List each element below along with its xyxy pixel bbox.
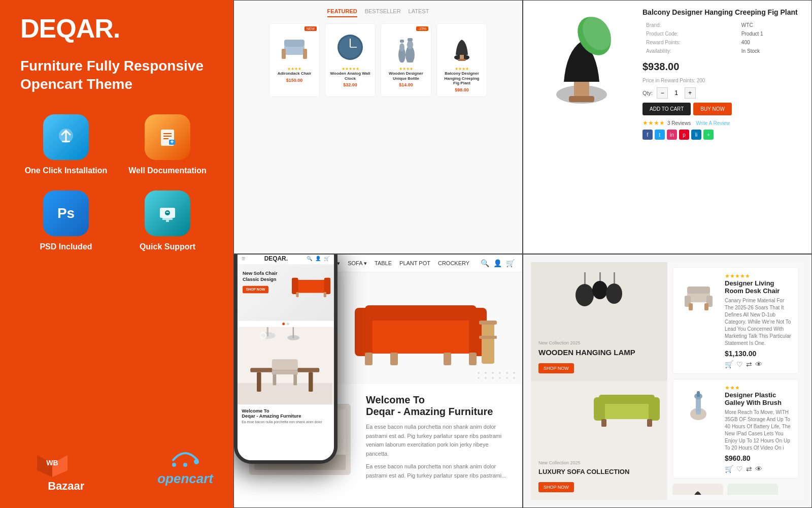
svg-text:WB: WB <box>46 459 58 467</box>
feature-psd: Ps PSD Included <box>20 190 112 251</box>
svg-rect-73 <box>257 372 261 392</box>
product-planter: ★★★★ Balcony Designer Hanging Creeping F… <box>436 23 487 97</box>
buy-now-btn[interactable]: BUY NOW <box>693 103 732 115</box>
svg-rect-97 <box>689 303 693 310</box>
collection-banners: New Collection 2025 WOODEN HANGING LAMP … <box>531 262 667 500</box>
nav-sofa[interactable]: SOFA ▾ <box>348 260 367 267</box>
phone-shop-btn[interactable]: SHOP NOW <box>243 285 268 293</box>
detail-reward: 400 <box>739 39 803 46</box>
qty-increase-btn[interactable]: + <box>685 87 696 99</box>
detail-stars: ★★★★ <box>642 119 665 126</box>
features-grid: One Click Installation Well Documentatio… <box>20 114 213 251</box>
qty-decrease-btn[interactable]: − <box>657 87 668 99</box>
feature-quick-support: Quick Support <box>122 190 213 251</box>
brush-add-cart-icon[interactable]: 🛒 <box>725 465 733 473</box>
brush-compare-icon[interactable]: ⇄ <box>746 465 752 473</box>
svg-rect-67 <box>238 383 332 405</box>
nav-table[interactable]: TABLE <box>375 260 392 267</box>
phone-cart-icon[interactable]: 🛒 <box>324 256 330 261</box>
chair-image <box>277 28 312 64</box>
nav-plantpot[interactable]: PLANT POT <box>399 260 430 267</box>
welcome-para2: Ea esse bacon nulla porchetta non shank … <box>366 462 507 480</box>
mini-sofa-card <box>727 484 778 495</box>
svg-rect-53 <box>479 336 497 339</box>
sofa-shop-btn[interactable]: SHOP NOW <box>538 482 574 492</box>
detail-code: Product 1 <box>739 30 803 38</box>
mini-plant-card: $245.00 <box>672 484 723 495</box>
feature-well-doc: Well Documentation <box>122 114 213 175</box>
tab-featured[interactable]: FEATURED <box>327 8 357 17</box>
chair-wishlist-icon[interactable]: ♡ <box>736 360 743 368</box>
tab-latest[interactable]: LATEST <box>409 8 429 17</box>
product-badge: NEW <box>304 26 317 31</box>
chair-add-cart-icon[interactable]: 🛒 <box>725 360 733 368</box>
search-icon[interactable]: 🔍 <box>481 259 489 267</box>
add-to-cart-btn[interactable]: ADD TO CART <box>642 103 691 115</box>
phone-mockup: ☰ DEQAR. 🔍 👤 🛒 New Sofa ChairClassic Des… <box>234 254 337 464</box>
phone-logo: DEQAR. <box>264 255 288 262</box>
product-clock: ★★★★★ Wooden Analog Wall Clock $32.00 <box>325 23 376 97</box>
svg-rect-63 <box>324 278 331 294</box>
hero-sofa-image <box>345 277 507 379</box>
clock-stars: ★★★★★ <box>329 67 371 71</box>
pinterest-icon[interactable]: p <box>679 130 689 140</box>
write-review-link[interactable]: Write A Review <box>696 120 730 126</box>
action-buttons: ADD TO CART BUY NOW <box>642 103 804 115</box>
linkedin-icon[interactable]: li <box>691 130 701 140</box>
twitter-icon[interactable]: t <box>655 130 665 140</box>
bottle-price: $14.00 <box>385 82 427 87</box>
svg-rect-39 <box>574 82 589 97</box>
lamp-banner: New Collection 2025 WOODEN HANGING LAMP … <box>531 262 667 381</box>
svg-rect-24 <box>284 40 304 47</box>
svg-rect-106 <box>727 484 778 495</box>
svg-rect-78 <box>293 374 297 385</box>
product-list: NEW ★★★★ Adirondack Chair $150.00 <box>242 23 515 97</box>
bottom-logos: WB WebiBazaar opencart <box>20 444 213 493</box>
chair-card-stars: ★★★★★ <box>725 273 793 279</box>
tab-bestseller[interactable]: BESTSELLER <box>365 8 401 17</box>
svg-rect-23 <box>303 49 307 59</box>
phone-account-icon[interactable]: 👤 <box>315 256 321 261</box>
svg-rect-34 <box>408 38 413 41</box>
svg-rect-10 <box>162 218 173 220</box>
chair-card-info: ★★★★★ Designer Living Room Desk Chair Ca… <box>725 273 793 368</box>
detail-reviews[interactable]: 3 Reviews <box>667 120 691 126</box>
account-icon[interactable]: 👤 <box>493 259 502 267</box>
planter-price: $98.00 <box>441 87 483 92</box>
chair-compare-icon[interactable]: ⇄ <box>746 360 752 368</box>
screenshot-product-listing: FEATURED BESTSELLER LATEST NEW ★★★★ Adir… <box>233 0 523 254</box>
opencart-text: opencart <box>157 471 213 487</box>
svg-rect-11 <box>166 220 169 222</box>
product-card-brush: ★★★ Designer Plastic Galley With Brush M… <box>672 379 799 479</box>
phone-section-title: Welcome ToDeqar - Amazing Furniture <box>242 408 329 418</box>
svg-point-86 <box>606 283 622 304</box>
brush-eye-icon[interactable]: 👁 <box>755 465 762 473</box>
bottle-name: Wooden Designer Unique Bottle <box>385 71 427 81</box>
psd-icon: Ps <box>43 190 89 236</box>
instagram-icon[interactable]: in <box>667 130 677 140</box>
chair-eye-icon[interactable]: 👁 <box>755 360 762 368</box>
facebook-icon[interactable]: f <box>642 130 653 140</box>
wb-cube-icon: WB <box>32 444 73 480</box>
lamp-shop-btn[interactable]: SHOP NOW <box>538 363 574 373</box>
qty-value: 1 <box>672 89 681 97</box>
phone-hero: New Sofa ChairClassic Design SHOP NOW <box>238 265 334 321</box>
welcome-text: Welcome To Deqar - Amazing Furniture Ea … <box>366 394 507 485</box>
lamp-collection-info: New Collection 2025 WOODEN HANGING LAMP … <box>538 340 635 373</box>
svg-point-80 <box>261 333 266 338</box>
well-doc-icon <box>145 114 190 160</box>
svg-point-19 <box>172 463 176 467</box>
clock-name: Wooden Analog Wall Clock <box>329 71 371 81</box>
whatsapp-icon[interactable]: + <box>703 130 714 140</box>
cart-icon[interactable]: 🛒 <box>506 259 515 267</box>
svg-rect-37 <box>458 59 466 61</box>
phone-search-icon[interactable]: 🔍 <box>307 256 313 261</box>
brush-wishlist-icon[interactable]: ♡ <box>736 465 743 473</box>
quick-support-icon <box>145 190 190 236</box>
clock-price: $32.00 <box>329 82 371 87</box>
nav-crockery[interactable]: CROCKERY <box>438 260 469 267</box>
svg-rect-83 <box>599 272 601 282</box>
desktop-nav-icons: 🔍 👤 🛒 <box>481 259 515 267</box>
welcome-para1: Ea esse bacon nulla porchetta non shank … <box>366 423 507 458</box>
svg-rect-71 <box>293 327 294 338</box>
